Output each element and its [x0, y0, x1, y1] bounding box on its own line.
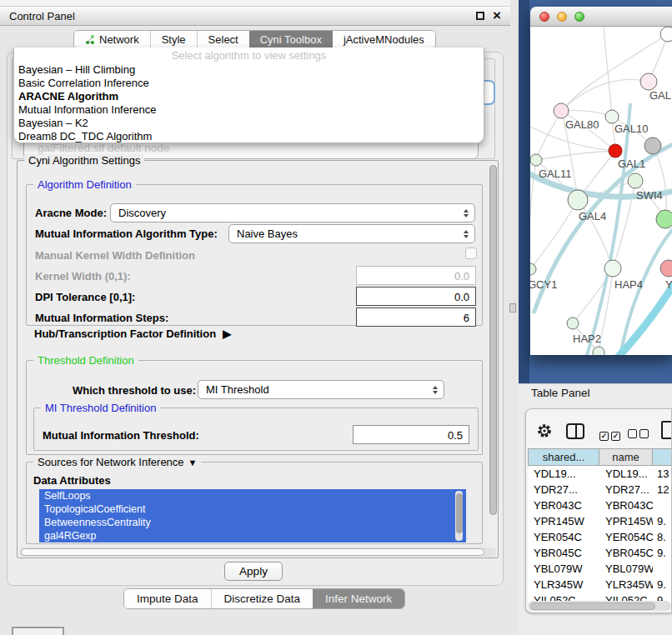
close-icon[interactable]: × [493, 11, 501, 21]
node-gal80[interactable] [554, 103, 569, 118]
mi-threshold-field[interactable]: 0.5 [353, 425, 469, 444]
select-all-columns-icon[interactable]: ✓✓ [599, 427, 620, 442]
node-salmon[interactable] [660, 260, 672, 277]
table-row[interactable]: YPR145W YPR145W 9. [528, 513, 672, 529]
dropdown-item-selected[interactable]: ARACNE Algorithm [14, 90, 484, 103]
node-bottom[interactable] [593, 347, 604, 355]
column-header-shared-name[interactable]: shared... [528, 448, 599, 466]
tab-style[interactable]: Style [150, 31, 197, 48]
tab-select[interactable]: Select [197, 31, 249, 48]
dropdown-item[interactable]: Bayesian – K2 [14, 117, 484, 130]
minimize-traffic-light[interactable] [557, 12, 567, 22]
cell-value[interactable] [653, 498, 672, 513]
attribute-item[interactable]: BetweennessCentrality [39, 516, 466, 529]
tab-jactivemnodules[interactable]: jActiveMNodules [333, 31, 435, 48]
tab-discretize-data[interactable]: Discretize Data [211, 589, 313, 608]
cell-name[interactable]: YDL19... [599, 466, 653, 482]
cell-value[interactable]: 8. [653, 529, 672, 545]
table-row[interactable]: YER054C YER054C 8. [528, 529, 672, 545]
scrollbar-thumb[interactable] [489, 165, 497, 515]
minimized-panel-box[interactable] [12, 627, 64, 635]
cell-name[interactable]: YLR345W [599, 577, 653, 592]
mi-type-combo[interactable]: Naive Bayes [228, 224, 475, 243]
cell-value[interactable]: 9. [653, 545, 672, 561]
tab-impute-data[interactable]: Impute Data [124, 589, 211, 608]
table-row[interactable]: YDR27... YDR27... 12 [528, 482, 672, 498]
cell-value[interactable]: 13 [653, 466, 672, 482]
cell-name[interactable]: YBR045C [599, 545, 653, 561]
cell-name[interactable]: YPR145W [599, 513, 653, 529]
attribute-item[interactable]: SelfLoops [39, 489, 466, 502]
cell-shared-name[interactable]: YPR145W [528, 513, 599, 529]
scrollbar-thumb[interactable] [530, 602, 655, 610]
node-gal4[interactable] [568, 190, 588, 210]
node-swi4[interactable] [628, 173, 643, 188]
table-row[interactable]: YBL079W YBL079W [528, 561, 672, 577]
node-gal-partial[interactable] [640, 73, 657, 90]
deselect-all-columns-icon[interactable] [628, 427, 649, 442]
export-table-icon[interactable] [661, 421, 672, 439]
sources-legend[interactable]: Sources for Network Inference▼ [33, 456, 201, 468]
scrollbar-thumb[interactable] [456, 493, 463, 533]
network-canvas[interactable]: GAL80 GAL10 GAL1 GAL11 SWI4 GAL4 GCY1 HA… [530, 27, 672, 355]
cell-shared-name[interactable]: YDR27... [528, 482, 599, 498]
cell-value[interactable]: 9. [653, 577, 672, 592]
dpi-tolerance-field[interactable]: 0.0 [356, 287, 476, 306]
cell-name[interactable]: YBR043C [599, 498, 653, 513]
tab-cyni-toolbox[interactable]: Cyni Toolbox [249, 31, 333, 48]
dropdown-item[interactable]: Bayesian – Hill Climbing [14, 63, 484, 77]
node-gray[interactable] [644, 138, 661, 154]
scrollbar-thumb[interactable] [21, 548, 484, 556]
dropdown-item[interactable]: Dream8 DC_TDC Algorithm [14, 130, 484, 143]
table-settings-gear-icon[interactable] [536, 422, 553, 442]
table-horizontal-scrollbar[interactable] [528, 601, 671, 611]
zoom-traffic-light[interactable] [574, 12, 584, 22]
table-row[interactable]: YDL19... YDL19... 13 [528, 466, 672, 482]
cell-value[interactable]: 9. [653, 513, 672, 529]
settings-horizontal-scrollbar[interactable] [19, 548, 496, 557]
table-row[interactable]: YLR345W YLR345W 9. [528, 577, 672, 592]
float-window-icon[interactable] [476, 12, 484, 20]
tab-infer-network[interactable]: Infer Network [313, 589, 404, 608]
column-header-name[interactable]: name [599, 448, 653, 466]
attribute-item[interactable]: TopologicalCoefficient [39, 502, 466, 516]
cell-shared-name[interactable]: YER054C [528, 529, 599, 545]
kernel-width-field[interactable]: 0.0 [356, 266, 476, 285]
aracne-mode-combo[interactable]: Discovery [110, 203, 475, 222]
tab-network[interactable]: Network [74, 31, 150, 48]
which-threshold-combo[interactable]: MI Threshold [198, 380, 444, 399]
cell-name[interactable]: YDR27... [599, 482, 653, 498]
node-hap4[interactable] [604, 260, 621, 277]
cell-shared-name[interactable]: YBR045C [528, 545, 599, 561]
node-green-edge[interactable] [656, 210, 672, 228]
attribute-list-scrollbar[interactable] [455, 491, 463, 541]
hub-definition-toggle[interactable]: Hub/Transcription Factor Definition▶ [34, 328, 231, 340]
manual-kernel-checkbox[interactable] [465, 248, 477, 259]
node-hap2[interactable] [567, 318, 579, 329]
settings-vertical-scrollbar[interactable] [489, 163, 498, 545]
table-row[interactable]: YBR045C YBR045C 9. [528, 545, 672, 561]
node-gal11[interactable] [530, 154, 542, 166]
show-columns-icon[interactable] [566, 423, 584, 439]
cell-shared-name[interactable]: YBL079W [528, 561, 599, 577]
panel-splitter-handle[interactable] [509, 303, 516, 312]
attribute-item[interactable]: gal4RGexp [39, 529, 466, 542]
close-traffic-light[interactable] [539, 12, 549, 22]
cell-name[interactable]: YBL079W [599, 561, 653, 577]
node-gal1-selected[interactable] [609, 144, 622, 158]
table-row[interactable]: YBR043C YBR043C [528, 498, 672, 513]
cell-value[interactable] [653, 561, 672, 577]
cell-shared-name[interactable]: YLR345W [528, 577, 599, 592]
dropdown-item[interactable]: Mutual Information Inference [14, 103, 484, 117]
cell-name[interactable]: YER054C [599, 529, 653, 545]
column-header-partial[interactable] [653, 448, 672, 466]
dropdown-item[interactable]: Basic Correlation Inference [14, 77, 484, 90]
cell-shared-name[interactable]: YBR043C [528, 498, 599, 513]
apply-button[interactable]: Apply [224, 562, 283, 581]
cell-shared-name[interactable]: YDL19... [528, 466, 599, 482]
node-unnamed[interactable] [660, 27, 672, 42]
mi-steps-field[interactable]: 6 [356, 308, 476, 327]
node-gal10[interactable] [605, 110, 619, 123]
cell-value[interactable]: 12 [653, 482, 672, 498]
node-gcy1[interactable] [530, 263, 536, 275]
